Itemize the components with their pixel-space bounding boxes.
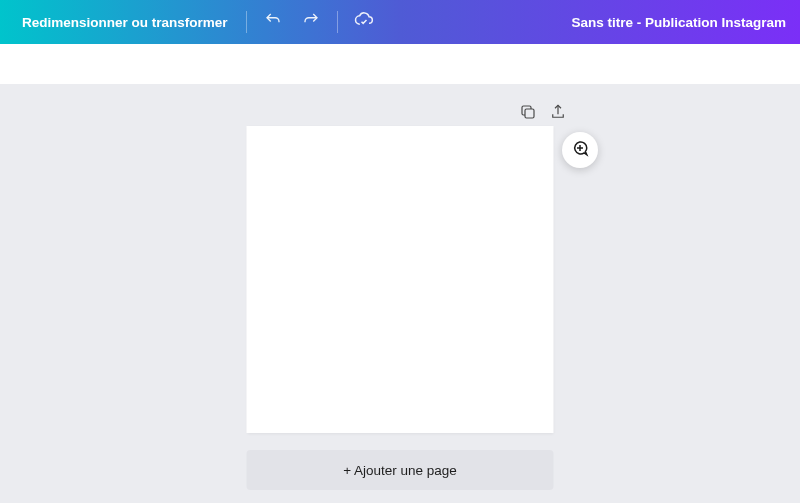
separator [337, 11, 338, 33]
cloud-sync-button[interactable] [348, 6, 380, 38]
undo-button[interactable] [257, 6, 289, 38]
add-page-button[interactable]: + Ajouter une page [247, 450, 554, 490]
add-page-label: + Ajouter une page [343, 463, 457, 478]
undo-icon [264, 11, 282, 33]
upload-icon [549, 103, 567, 125]
canvas-page[interactable] [247, 126, 554, 433]
page-tools [518, 104, 568, 124]
resize-transform-button[interactable]: Redimensionner ou transformer [14, 9, 236, 36]
cloud-check-icon [354, 10, 374, 34]
duplicate-icon [519, 103, 537, 125]
document-title[interactable]: Sans titre - Publication Instagram [571, 15, 786, 30]
redo-icon [302, 11, 320, 33]
share-page-button[interactable] [548, 104, 568, 124]
svg-rect-0 [525, 109, 534, 118]
comment-fab[interactable] [562, 132, 598, 168]
separator [246, 11, 247, 33]
comment-icon [571, 139, 589, 161]
canvas-container [247, 126, 554, 433]
redo-button[interactable] [295, 6, 327, 38]
context-toolbar [0, 44, 800, 84]
top-bar: Redimensionner ou transformer Sans titre… [0, 0, 800, 44]
duplicate-page-button[interactable] [518, 104, 538, 124]
workspace: + Ajouter une page [0, 84, 800, 503]
